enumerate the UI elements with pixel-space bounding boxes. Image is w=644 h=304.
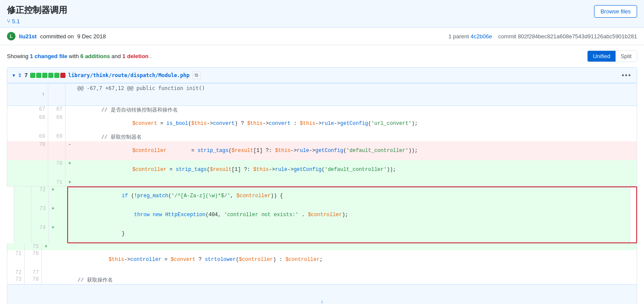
old-line-num xyxy=(7,243,25,250)
changed-count-link[interactable]: 1 changed file xyxy=(30,53,67,59)
page-wrapper: 修正控制器调用 ⑂ 5.1 Browse files L liu21st com… xyxy=(0,0,644,304)
showing-text: Showing xyxy=(7,53,30,59)
new-line-num: 73 xyxy=(31,205,49,224)
expand-bottom-row[interactable]: ↓ xyxy=(7,285,637,304)
new-line-num: 76 xyxy=(25,250,42,269)
expand-arrows-icon: ⇕ xyxy=(18,72,22,78)
diff-marker xyxy=(42,250,50,269)
diff-marker xyxy=(65,106,74,115)
branch-badge: ⑂ 5.1 xyxy=(7,18,20,25)
code-cell: // 是否自动转换控制器和操作名 xyxy=(74,106,637,115)
browse-files-button[interactable]: Browse files xyxy=(594,5,637,18)
code-cell xyxy=(50,269,637,276)
page-header: 修正控制器调用 ⑂ 5.1 Browse files xyxy=(0,0,644,28)
commit-meta-left: L liu21st committed on 9 Dec 2018 xyxy=(7,32,106,40)
avatar: L xyxy=(7,32,16,40)
added-sq-5 xyxy=(54,73,59,78)
table-row: 72 + if (!preg_match('/^[A-Za-z](\w)*$/'… xyxy=(14,186,630,205)
commit-meta: L liu21st committed on 9 Dec 2018 1 pare… xyxy=(0,28,644,45)
commit-hash: 802f284bec821a608e7543d91126abc5901b281 xyxy=(518,33,637,40)
code-cell: if (!preg_match('/^[A-Za-z](\w)*$/', $co… xyxy=(57,186,630,205)
table-row: 68 68 $convert = is_bool($this->convert)… xyxy=(7,114,637,133)
diff-table-after: 75 + 71 76 $this->controller = $convert … xyxy=(7,243,637,304)
old-line-num xyxy=(14,186,31,205)
collapse-file-button[interactable]: ▾ xyxy=(12,72,15,78)
table-row: 70 - $controller = strip_tags($result[1]… xyxy=(7,141,637,160)
old-line-num xyxy=(7,160,48,179)
diff-marker xyxy=(42,276,50,285)
additions-count: 6 additions xyxy=(81,53,110,59)
author-link[interactable]: liu21st xyxy=(19,33,37,40)
code-cell: throw new HttpException(404, 'controller… xyxy=(57,205,630,224)
new-line-num xyxy=(48,141,65,160)
with-text: with xyxy=(69,53,81,59)
new-line-num: 69 xyxy=(48,133,65,141)
new-line-num: 67 xyxy=(48,106,65,115)
table-row: 72 77 xyxy=(7,269,637,276)
diff-marker: + xyxy=(49,186,57,205)
parent-label: 1 parent xyxy=(448,33,469,40)
diff-stats-bar: Showing 1 changed file with 6 additions … xyxy=(0,45,644,67)
deletions-count: 1 deletion xyxy=(122,53,149,59)
committed-text: committed on xyxy=(40,33,74,40)
diff-marker xyxy=(42,269,50,276)
code-cell: $controller = strip_tags($result[1] ?: $… xyxy=(74,160,637,179)
diff-stats-text: Showing 1 changed file with 6 additions … xyxy=(7,53,152,59)
added-sq-2 xyxy=(36,73,41,78)
diff-marker xyxy=(65,114,74,133)
table-row: 73 78 // 获取操作名 xyxy=(7,276,637,285)
commit-meta-right: 1 parent 4c2b06e commit 802f284bec821a60… xyxy=(448,33,637,40)
copy-path-button[interactable]: ⧉ xyxy=(192,71,201,79)
old-line-num xyxy=(14,205,31,224)
expand-all-button[interactable]: ⇕ xyxy=(18,72,22,78)
table-row: 71 + xyxy=(7,179,637,186)
hunk-text: @@ -67,7 +67,12 @@ public function init(… xyxy=(74,84,637,106)
code-cell: // 获取控制器名 xyxy=(74,133,637,141)
code-cell: $this->controller = $convert ? strtolowe… xyxy=(50,250,637,269)
table-row: 75 + xyxy=(7,243,637,250)
commit-label: commit xyxy=(498,33,516,40)
new-line-num: 72 xyxy=(31,186,49,205)
old-line-num: 69 xyxy=(7,133,48,141)
unified-view-button[interactable]: Unified xyxy=(588,51,615,62)
expand-up-icon: ↑ xyxy=(42,91,44,97)
period: . xyxy=(150,53,152,59)
diff-stat-visual xyxy=(30,73,65,78)
old-line-num: 71 xyxy=(7,250,25,269)
view-toggle: Unified Split xyxy=(587,50,637,62)
split-view-button[interactable]: Split xyxy=(616,51,637,62)
added-sq-4 xyxy=(48,73,53,78)
expand-down-icon: ↓ xyxy=(321,298,324,304)
code-cell: } xyxy=(57,224,630,243)
new-line-num: 74 xyxy=(31,224,49,243)
chevron-down-icon: ▾ xyxy=(12,72,15,78)
deleted-sq-1 xyxy=(60,73,65,78)
table-row: 73 + throw new HttpException(404, 'contr… xyxy=(14,205,630,224)
more-options-button[interactable]: ••• xyxy=(622,71,632,79)
file-header: ▾ ⇕ 7 library/think/route/dispatch/Modul… xyxy=(7,67,637,83)
code-cell: // 获取操作名 xyxy=(50,276,637,285)
code-cell: $convert = is_bool($this->convert) ? $th… xyxy=(74,114,637,133)
old-line-num: 70 xyxy=(7,141,48,160)
table-row: 70 + $controller = strip_tags($result[1]… xyxy=(7,160,637,179)
new-line-num: 68 xyxy=(48,114,65,133)
table-row: 67 67 // 是否自动转换控制器和操作名 xyxy=(7,106,637,115)
new-line-num: 78 xyxy=(25,276,42,285)
hunk-new-num xyxy=(48,84,65,106)
commit-date: 9 Dec 2018 xyxy=(77,33,106,40)
diff-marker: + xyxy=(42,243,50,250)
expand-bottom-cell[interactable]: ↓ xyxy=(7,285,637,304)
file-path: library/think/route/dispatch/Module.php xyxy=(68,72,190,78)
code-cell xyxy=(74,179,637,186)
hunk-expand-button[interactable]: ↑ xyxy=(42,91,44,97)
expand-down-button[interactable]: ↓ xyxy=(321,298,324,304)
commit-title: 修正控制器调用 xyxy=(7,4,637,16)
highlight-section: 72 + if (!preg_match('/^[A-Za-z](\w)*$/'… xyxy=(7,186,637,243)
change-count-badge: 7 xyxy=(25,72,28,78)
added-sq-3 xyxy=(42,73,47,78)
old-line-num xyxy=(14,224,31,243)
parent-hash-link[interactable]: 4c2b06e xyxy=(470,33,492,40)
diff-marker xyxy=(65,133,74,141)
new-line-num: 70 xyxy=(48,160,65,179)
diff-marker: + xyxy=(49,205,57,224)
